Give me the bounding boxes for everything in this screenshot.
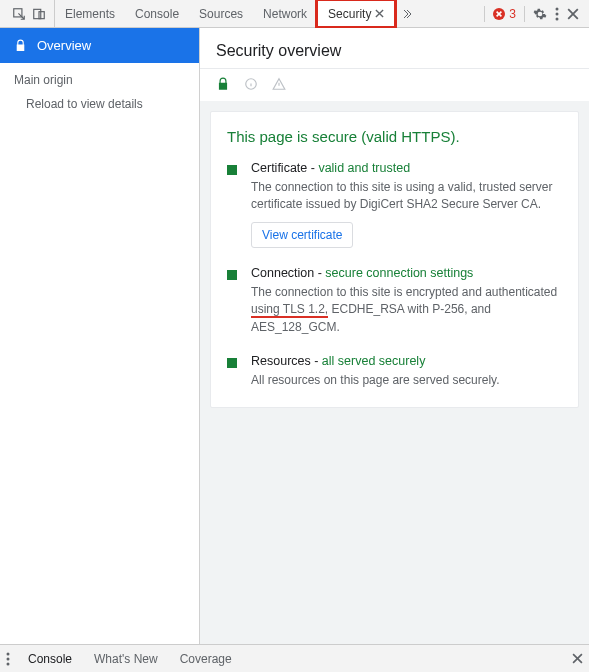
section-resources: Resources - all served securely All reso… [227,354,562,389]
svg-point-5 [556,17,559,20]
sidebar-item-label: Overview [37,38,91,53]
tabbar-right-cluster: 3 [478,6,585,22]
tab-label: Sources [199,7,243,21]
device-toggle-icon[interactable] [32,7,46,21]
devtools-tabbar: Elements Console Sources Network Securit… [0,0,589,28]
tab-label: Network [263,7,307,21]
tab-security[interactable]: Security [317,0,395,27]
section-title: Resources - all served securely [251,354,562,368]
drawer-tab-whatsnew[interactable]: What's New [90,652,162,666]
divider [484,6,485,22]
drawer-kebab-icon[interactable] [6,652,10,666]
section-label: Certificate [251,161,307,175]
section-label: Connection [251,266,314,280]
tab-label: What's New [94,652,158,666]
close-drawer-icon[interactable] [572,653,583,664]
svg-point-12 [7,657,10,660]
section-title: Certificate - valid and trusted [251,161,562,175]
drawer-tab-coverage[interactable]: Coverage [176,652,236,666]
settings-gear-icon[interactable] [533,7,547,21]
tab-label: Console [135,7,179,21]
secure-headline: This page is secure (valid HTTPS). [227,128,562,145]
tab-label: Coverage [180,652,232,666]
section-description: The connection to this site is encrypted… [251,284,562,336]
svg-rect-2 [39,11,44,18]
inspect-icon[interactable] [12,7,26,21]
lock-icon [14,39,27,52]
section-certificate: Certificate - valid and trusted The conn… [227,161,562,248]
status-warning-icon [272,77,286,91]
section-description: All resources on this page are served se… [251,372,562,389]
drawer-tab-console[interactable]: Console [24,652,76,666]
tab-network[interactable]: Network [253,0,317,27]
view-certificate-button[interactable]: View certificate [251,222,353,248]
sidebar-item-reload-details[interactable]: Reload to view details [0,91,199,117]
section-status: all served securely [322,354,426,368]
close-devtools-icon[interactable] [567,8,579,20]
sidebar-group-main-origin: Main origin [0,63,199,91]
dock-controls [4,0,55,27]
status-info-icon [244,77,258,91]
svg-point-4 [556,12,559,15]
status-lock-icon [216,77,230,91]
panel-title: Security overview [200,28,589,69]
error-count-badge[interactable]: 3 [493,7,516,21]
bullet-icon [227,358,237,368]
security-card: This page is secure (valid HTTPS). Certi… [210,111,579,408]
error-count: 3 [509,7,516,21]
security-panel: Security overview This page is secure (v… [200,28,589,644]
svg-point-13 [7,662,10,665]
bullet-icon [227,165,237,175]
tab-sources[interactable]: Sources [189,0,253,27]
svg-point-3 [556,7,559,10]
sidebar-item-overview[interactable]: Overview [0,28,199,63]
svg-point-11 [7,652,10,655]
section-status: secure connection settings [325,266,473,280]
kebab-menu-icon[interactable] [555,7,559,21]
svg-rect-1 [34,9,41,18]
status-icon-row [200,69,589,101]
bullet-icon [227,270,237,280]
divider [524,6,525,22]
tab-elements[interactable]: Elements [55,0,125,27]
tab-label: Console [28,652,72,666]
section-connection: Connection - secure connection settings … [227,266,562,336]
section-title: Connection - secure connection settings [251,266,562,280]
close-tab-icon[interactable] [375,9,384,18]
more-tabs-chevron-icon[interactable] [395,8,419,20]
section-description: The connection to this site is using a v… [251,179,562,214]
security-sidebar: Overview Main origin Reload to view deta… [0,28,200,644]
error-icon [493,8,505,20]
highlighted-text: using TLS 1.2, [251,302,328,318]
section-status: valid and trusted [318,161,410,175]
tab-label: Elements [65,7,115,21]
main-area: Overview Main origin Reload to view deta… [0,28,589,644]
tab-console[interactable]: Console [125,0,189,27]
tab-label: Security [328,7,371,21]
section-label: Resources [251,354,311,368]
drawer-tabbar: Console What's New Coverage [0,644,589,672]
